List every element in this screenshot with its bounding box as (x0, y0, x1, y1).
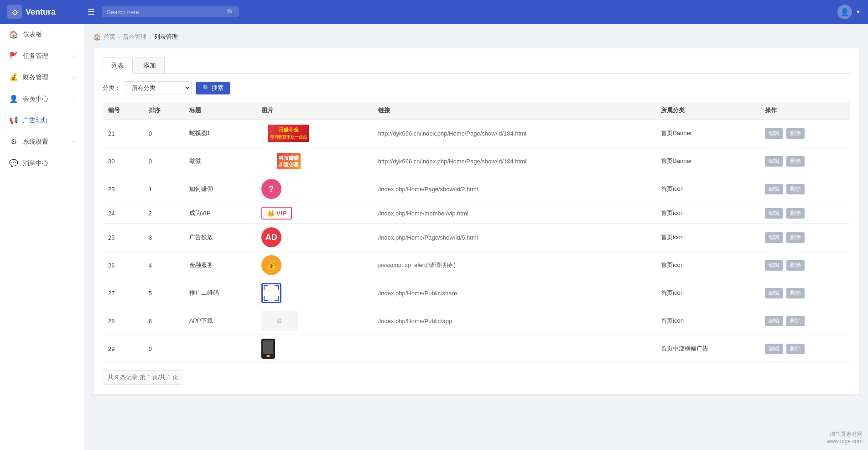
cell-category: 首页icon (655, 251, 759, 279)
cell-category: 首页Banner (655, 120, 759, 147)
cell-id: 23 (103, 175, 143, 203)
cell-category: 首页icon (655, 279, 759, 307)
cell-order: 0 (143, 120, 184, 147)
breadcrumb-backend: 后台管理 (123, 33, 146, 41)
search-input[interactable] (107, 9, 224, 16)
breadcrumb: 🏠 首页 › 后台管理 › 列表管理 (94, 33, 859, 41)
sidebar-item-settings[interactable]: ⚙ 系统设置 › (0, 131, 84, 152)
search-bar: 🔍 (102, 6, 239, 17)
user-avatar[interactable]: 👤 (837, 5, 852, 19)
delete-button[interactable]: 删除 (786, 344, 805, 354)
delete-button[interactable]: 删除 (786, 260, 805, 271)
col-order: 排序 (143, 102, 184, 120)
user-icon: 👤 (9, 94, 18, 103)
cell-id: 30 (103, 147, 143, 175)
edit-button[interactable]: 编辑 (765, 316, 783, 326)
breadcrumb-home: 首页 (104, 33, 115, 41)
cell-order: 1 (143, 175, 184, 203)
cell-id: 29 (103, 335, 143, 363)
top-nav: ◇ Ventura ☰ 🔍 👤 ▼ (0, 0, 868, 24)
banner-image-red: 日赚斗金每日收获不止一点点 (261, 123, 316, 143)
edit-button[interactable]: 编辑 (765, 232, 783, 243)
sidebar-item-task[interactable]: 🚩 任务管理 › (0, 45, 84, 67)
icon-gold: 💰 (261, 255, 281, 275)
nav-right: 👤 ▼ (837, 5, 861, 19)
chevron-right-icon-4: › (73, 139, 75, 145)
cell-order: 5 (143, 279, 184, 307)
cell-title: 蛇攥图1 (184, 120, 256, 147)
cell-image: 💰 (256, 251, 373, 279)
cell-actions: 编辑 删除 (759, 147, 850, 175)
data-table: 编号 排序 标题 图片 链接 所属分类 操作 210蛇攥图1 日赚斗金每日收获不… (103, 102, 850, 363)
hamburger-button[interactable]: ☰ (88, 7, 95, 17)
delete-button[interactable]: 删除 (786, 128, 805, 139)
breadcrumb-sep1: › (118, 34, 120, 41)
edit-button[interactable]: 编辑 (765, 208, 783, 219)
cell-link: javascript:sp_alert('敬请期待') (373, 251, 656, 279)
tab-list[interactable]: 列表 (103, 58, 133, 74)
search-btn-icon: 🔍 (203, 84, 210, 91)
icon-question: ? (261, 179, 281, 199)
user-dropdown-arrow[interactable]: ▼ (856, 9, 861, 15)
cell-id: 25 (103, 224, 143, 251)
sidebar-item-finance[interactable]: 💰 财务管理 › (0, 67, 84, 88)
phone-btn (266, 355, 270, 357)
tab-add[interactable]: 添加 (135, 58, 165, 73)
chevron-right-icon-2: › (73, 75, 75, 80)
phone-screen (263, 340, 273, 354)
main-content: 🏠 首页 › 后台管理 › 列表管理 列表 添加 分类： 所有分类 首页Bann… (84, 24, 868, 450)
delete-button[interactable]: 删除 (786, 208, 805, 219)
search-btn-label: 搜索 (212, 84, 223, 92)
cell-actions: 编辑 删除 (759, 175, 850, 203)
sidebar-label-settings: 系统设置 (23, 138, 48, 146)
sidebar-item-ad[interactable]: 📢 广告幻灯 (0, 110, 84, 131)
edit-button[interactable]: 编辑 (765, 260, 783, 271)
cell-category: 首页Banner (655, 147, 759, 175)
table-row: 242成为VIP👑VIP/index.php/Home/member/vip.h… (103, 203, 850, 224)
banner-text-red: 日赚斗金每日收获不止一点点 (268, 125, 309, 141)
edit-button[interactable]: 编辑 (765, 288, 783, 298)
col-id: 编号 (103, 102, 143, 120)
sidebar-item-member[interactable]: 👤 会员中心 › (0, 88, 84, 110)
edit-button[interactable]: 编辑 (765, 128, 783, 139)
cell-actions: 编辑 删除 (759, 224, 850, 251)
cell-id: 26 (103, 251, 143, 279)
ad-icon: 📢 (9, 116, 18, 125)
icon-app: 🖼 (261, 311, 298, 331)
cell-title (184, 335, 256, 363)
cell-actions: 编辑 删除 (759, 203, 850, 224)
cell-image (256, 335, 373, 363)
table-row: 300微微 科技赚赚加盟创赢 http://dyk666.cn/index.ph… (103, 147, 850, 175)
banner-text-gold: 科技赚赚加盟创赢 (277, 153, 301, 170)
cell-title: 如何赚佣 (184, 175, 256, 203)
edit-button[interactable]: 编辑 (765, 344, 783, 354)
sidebar-item-dashboard[interactable]: 🏠 仪表板 (0, 24, 84, 45)
icon-ad: AD (261, 227, 281, 247)
cell-title: 推广二维码 (184, 279, 256, 307)
cell-image: 🖼 (256, 307, 373, 335)
edit-button[interactable]: 编辑 (765, 184, 783, 194)
search-button[interactable]: 🔍 搜索 (196, 82, 230, 94)
search-icon: 🔍 (227, 8, 234, 16)
edit-button[interactable]: 编辑 (765, 156, 783, 167)
delete-button[interactable]: 删除 (786, 316, 805, 326)
sidebar-label-task: 任务管理 (23, 52, 48, 60)
delete-button[interactable]: 删除 (786, 184, 805, 194)
cell-image: 科技赚赚加盟创赢 (256, 147, 373, 175)
category-select[interactable]: 所有分类 首页Banner 首页icon 首页中部横幅广告 (125, 81, 192, 94)
cell-link: /index.php/Home/member/vip.html (373, 203, 656, 224)
home-icon: 🏠 (9, 30, 18, 39)
sidebar-item-messages[interactable]: 💬 消息中心 (0, 152, 84, 174)
delete-button[interactable]: 删除 (786, 288, 805, 298)
cell-image: AD (256, 224, 373, 251)
delete-button[interactable]: 删除 (786, 232, 805, 243)
sidebar-label-dashboard: 仪表板 (23, 31, 42, 39)
cell-actions: 编辑 删除 (759, 335, 850, 363)
cell-title: 金融服务 (184, 251, 256, 279)
cell-image (256, 279, 373, 307)
table-row: 286APP下载🖼/index.php/Home/Public/app首页ico… (103, 307, 850, 335)
delete-button[interactable]: 删除 (786, 156, 805, 167)
cell-title: 广告投放 (184, 224, 256, 251)
cell-title: 微微 (184, 147, 256, 175)
col-title: 标题 (184, 102, 256, 120)
